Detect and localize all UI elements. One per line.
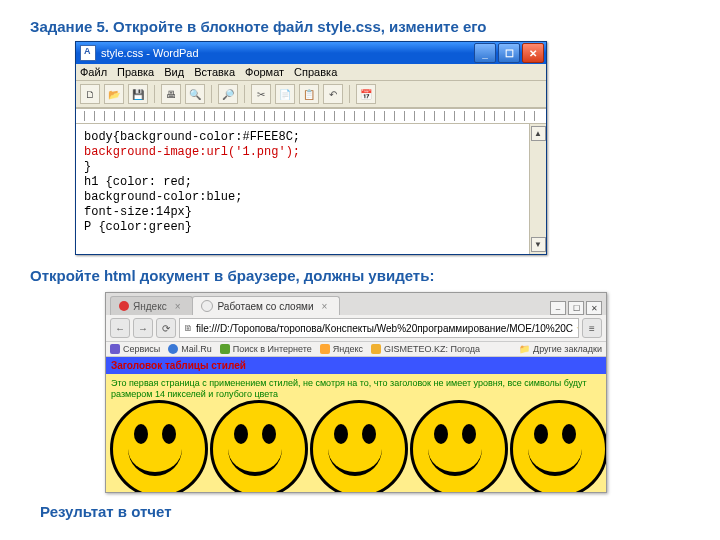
code-line: body{background-color:#FFEE8C; bbox=[84, 130, 300, 144]
bookmark-label: Сервисы bbox=[123, 344, 160, 354]
copy-icon[interactable]: 📄 bbox=[275, 84, 295, 104]
scroll-down-icon[interactable]: ▼ bbox=[531, 237, 546, 252]
close-tab-icon[interactable]: × bbox=[175, 301, 181, 312]
browser-tab[interactable]: Яндекс × bbox=[110, 296, 193, 315]
find-icon[interactable]: 🔎 bbox=[218, 84, 238, 104]
editor: body{background-color:#FFEE8C; backgroun… bbox=[76, 124, 546, 254]
favicon-icon bbox=[119, 301, 129, 311]
scroll-up-icon[interactable]: ▲ bbox=[531, 126, 546, 141]
bookmark-gismeteo[interactable]: GISMETEO.KZ: Погода bbox=[371, 344, 480, 354]
back-button[interactable]: ← bbox=[110, 318, 130, 338]
menubar: Файл Правка Вид Вставка Формат Справка bbox=[76, 64, 546, 81]
menu-button[interactable]: ≡ bbox=[582, 318, 602, 338]
browser-tabs: Яндекс × Работаем со слоями × – ☐ ✕ bbox=[106, 293, 606, 315]
close-tab-icon[interactable]: × bbox=[322, 301, 328, 312]
bookmark-label: GISMETEO.KZ: Погода bbox=[384, 344, 480, 354]
address-bar[interactable]: 🗎 file:///D:/Торопова/торопова/Конспекты… bbox=[179, 318, 579, 338]
address-bar-row: ← → ⟳ 🗎 file:///D:/Торопова/торопова/Кон… bbox=[106, 315, 606, 342]
weather-icon bbox=[371, 344, 381, 354]
page-paragraph: Это первая страница с применением стилей… bbox=[106, 374, 606, 400]
browser-maximize-button[interactable]: ☐ bbox=[568, 301, 584, 315]
search-icon bbox=[220, 344, 230, 354]
task-heading: Задание 5. Откройте в блокноте файл styl… bbox=[30, 18, 690, 35]
favicon-icon bbox=[201, 300, 213, 312]
page-h1: Заголовок таблицы стилей bbox=[106, 357, 606, 374]
code-line: P {color:green} bbox=[84, 220, 192, 234]
bookmark-star-icon[interactable]: ☆ bbox=[576, 323, 579, 334]
bookmark-search[interactable]: Поиск в Интернете bbox=[220, 344, 312, 354]
preview-icon[interactable]: 🔍 bbox=[185, 84, 205, 104]
browser-window: Яндекс × Работаем со слоями × – ☐ ✕ ← → … bbox=[105, 292, 607, 493]
rendered-page: Заголовок таблицы стилей Это первая стра… bbox=[106, 357, 606, 492]
toolbar-separator bbox=[349, 85, 350, 103]
bookmark-apps[interactable]: Сервисы bbox=[110, 344, 160, 354]
file-icon: 🗎 bbox=[184, 323, 193, 333]
reload-button[interactable]: ⟳ bbox=[156, 318, 176, 338]
smile-icon bbox=[306, 400, 406, 492]
toolbar-separator bbox=[244, 85, 245, 103]
minimize-button[interactable]: _ bbox=[474, 43, 496, 63]
bookmarks-bar: Сервисы Mail.Ru Поиск в Интернете Яндекс… bbox=[106, 342, 606, 357]
ruler bbox=[76, 108, 546, 124]
menu-insert[interactable]: Вставка bbox=[194, 66, 235, 78]
date-icon[interactable]: 📅 bbox=[356, 84, 376, 104]
paste-icon[interactable]: 📋 bbox=[299, 84, 319, 104]
new-icon[interactable]: 🗋 bbox=[80, 84, 100, 104]
menu-view[interactable]: Вид bbox=[164, 66, 184, 78]
menu-edit[interactable]: Правка bbox=[117, 66, 154, 78]
forward-button[interactable]: → bbox=[133, 318, 153, 338]
browser-minimize-button[interactable]: – bbox=[550, 301, 566, 315]
other-bookmarks[interactable]: 📁 Другие закладки bbox=[519, 344, 602, 354]
smile-icon bbox=[206, 400, 306, 492]
wordpad-window: style.css - WordPad _ ☐ ✕ Файл Правка Ви… bbox=[75, 41, 547, 255]
code-line: } bbox=[84, 160, 91, 174]
toolbar-separator bbox=[154, 85, 155, 103]
bookmark-mail[interactable]: Mail.Ru bbox=[168, 344, 212, 354]
editor-text[interactable]: body{background-color:#FFEE8C; backgroun… bbox=[76, 124, 529, 254]
bookmark-label: Поиск в Интернете bbox=[233, 344, 312, 354]
code-line: background-image:url('1.png'); bbox=[84, 145, 300, 159]
toolbar-separator bbox=[211, 85, 212, 103]
window-title: style.css - WordPad bbox=[101, 47, 472, 59]
print-icon[interactable]: 🖶 bbox=[161, 84, 181, 104]
result-heading: Результат в отчет bbox=[40, 503, 690, 520]
smile-icon bbox=[506, 400, 606, 492]
bookmark-yandex[interactable]: Яндекс bbox=[320, 344, 363, 354]
yandex-icon bbox=[320, 344, 330, 354]
cut-icon[interactable]: ✂ bbox=[251, 84, 271, 104]
browser-close-button[interactable]: ✕ bbox=[586, 301, 602, 315]
menu-file[interactable]: Файл bbox=[80, 66, 107, 78]
wordpad-icon bbox=[80, 45, 96, 61]
bookmark-label: Mail.Ru bbox=[181, 344, 212, 354]
code-line: background-color:blue; bbox=[84, 190, 242, 204]
apps-icon bbox=[110, 344, 120, 354]
bookmark-label: Другие закладки bbox=[533, 344, 602, 354]
instruction-heading: Откройте html документ в браузере, должн… bbox=[30, 267, 690, 284]
toolbar: 🗋 📂 💾 🖶 🔍 🔎 ✂ 📄 📋 ↶ 📅 bbox=[76, 81, 546, 108]
titlebar: style.css - WordPad _ ☐ ✕ bbox=[76, 42, 546, 64]
menu-help[interactable]: Справка bbox=[294, 66, 337, 78]
smile-icon bbox=[106, 400, 206, 492]
tab-label: Работаем со слоями bbox=[217, 301, 313, 312]
bookmark-label: Яндекс bbox=[333, 344, 363, 354]
save-icon[interactable]: 💾 bbox=[128, 84, 148, 104]
mail-icon bbox=[168, 344, 178, 354]
code-line: h1 {color: red; bbox=[84, 175, 192, 189]
maximize-button[interactable]: ☐ bbox=[498, 43, 520, 63]
browser-tab-active[interactable]: Работаем со слоями × bbox=[192, 296, 340, 315]
undo-icon[interactable]: ↶ bbox=[323, 84, 343, 104]
close-button[interactable]: ✕ bbox=[522, 43, 544, 63]
smile-icon bbox=[406, 400, 506, 492]
vertical-scrollbar[interactable]: ▲ ▼ bbox=[529, 124, 546, 254]
url-text: file:///D:/Торопова/торопова/Конспекты/W… bbox=[196, 323, 573, 334]
menu-format[interactable]: Формат bbox=[245, 66, 284, 78]
open-icon[interactable]: 📂 bbox=[104, 84, 124, 104]
code-line: font-size:14px} bbox=[84, 205, 192, 219]
tab-label: Яндекс bbox=[133, 301, 167, 312]
smile-background bbox=[106, 400, 606, 492]
